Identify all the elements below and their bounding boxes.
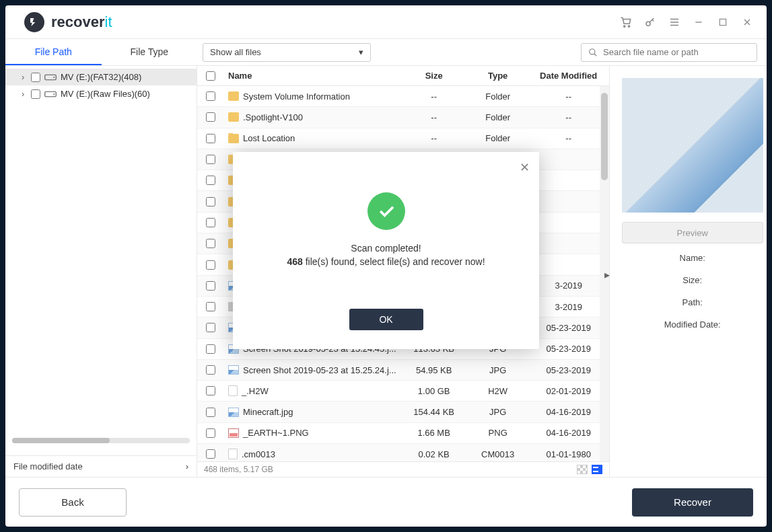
chevron-right-icon: ›: [22, 72, 27, 82]
tree-item-label: MV (E:)(Raw Files)(60): [61, 89, 150, 99]
row-checkbox[interactable]: [206, 239, 215, 248]
modal-line2: file(s) found, select file(s) and recove…: [303, 256, 485, 267]
file-name: .Spotlight-V100: [243, 112, 303, 122]
status-bar: 468 items, 5.17 GB: [197, 461, 609, 477]
row-checkbox[interactable]: [206, 260, 215, 270]
table-row[interactable]: .Spotlight-V100 -- Folder --: [197, 107, 609, 128]
row-checkbox[interactable]: [206, 428, 215, 438]
row-checkbox[interactable]: [206, 344, 215, 354]
row-checkbox[interactable]: [206, 197, 215, 206]
table-row[interactable]: _EARTH~1.PNG 1.66 MB PNG 04-16-2019: [197, 423, 609, 444]
col-name[interactable]: Name: [224, 71, 400, 81]
folder-icon: [228, 112, 239, 122]
sidebar-scrollbar[interactable]: [12, 438, 190, 443]
search-input[interactable]: [603, 47, 750, 57]
tree-checkbox[interactable]: [31, 89, 40, 99]
titlebar: recoverit: [5, 5, 767, 39]
file-name: System Volume Information: [243, 91, 350, 102]
filter-select[interactable]: Show all files ▾: [203, 43, 371, 62]
file-size: 1.66 MB: [400, 428, 468, 438]
col-date[interactable]: Date Modified: [528, 71, 609, 81]
tree-item-label: MV (E:)(FAT32)(408): [61, 72, 141, 82]
svg-point-2: [646, 22, 650, 26]
row-checkbox[interactable]: [206, 112, 215, 122]
row-checkbox[interactable]: [206, 323, 215, 332]
sidebar-footer[interactable]: File modified date ›: [5, 455, 197, 477]
modal-ok-button[interactable]: OK: [349, 309, 423, 330]
file-name: _EARTH~1.PNG: [243, 428, 309, 438]
close-icon[interactable]: [741, 16, 753, 28]
expand-handle-icon[interactable]: ▸: [604, 268, 610, 281]
meta-date-label: Modified Date:: [622, 319, 763, 330]
modal-close-icon[interactable]: ✕: [520, 160, 530, 175]
file-icon: [228, 449, 238, 459]
row-checkbox[interactable]: [206, 155, 215, 164]
row-checkbox[interactable]: [206, 218, 215, 227]
chevron-right-icon: ›: [22, 89, 27, 99]
file-date: --: [528, 133, 609, 143]
svg-point-4: [590, 48, 595, 54]
modal-message: Scan completed! 468 file(s) found, selec…: [246, 242, 526, 268]
tab-file-type[interactable]: File Type: [102, 40, 198, 65]
file-name: Screen Shot 2019-05-23 at 15.25.24.j...: [243, 365, 396, 375]
row-checkbox[interactable]: [206, 408, 215, 417]
sidebar-footer-label: File modified date: [13, 461, 83, 471]
file-size: 154.44 KB: [400, 407, 468, 417]
scan-complete-modal: ✕ Scan completed! 468 file(s) found, sel…: [233, 152, 539, 349]
file-date: 05-23-2019: [528, 344, 609, 354]
table-row[interactable]: Minecraft.jpg 154.44 KB JPG 04-16-2019: [197, 402, 609, 422]
menu-icon[interactable]: [668, 16, 680, 28]
row-checkbox[interactable]: [206, 449, 215, 459]
meta-path-label: Path:: [622, 297, 763, 307]
svg-rect-3: [720, 19, 726, 25]
svg-point-8: [53, 93, 55, 95]
row-checkbox[interactable]: [206, 365, 215, 375]
minimize-icon[interactable]: [693, 16, 705, 28]
file-size: --: [400, 91, 468, 102]
file-date: 05-23-2019: [528, 365, 609, 375]
file-name: .cm0013: [242, 449, 275, 459]
preview-button[interactable]: Preview: [622, 222, 763, 243]
col-type[interactable]: Type: [468, 71, 528, 81]
folder-icon: [228, 91, 239, 101]
app-window: recoverit File Path File Type Show all f…: [5, 5, 767, 527]
modal-count: 468: [287, 256, 302, 267]
row-checkbox[interactable]: [206, 134, 215, 143]
maximize-icon[interactable]: [717, 16, 729, 28]
logo-icon: [24, 12, 44, 32]
table-row[interactable]: Screen Shot 2019-05-23 at 15.25.24.j... …: [197, 360, 609, 381]
key-icon[interactable]: [644, 16, 656, 28]
tree-item[interactable]: › MV (E:)(FAT32)(408): [5, 69, 197, 85]
tree-checkbox[interactable]: [31, 73, 40, 82]
file-date: --: [528, 112, 609, 122]
tree-item[interactable]: › MV (E:)(Raw Files)(60): [5, 85, 197, 102]
row-checkbox[interactable]: [206, 176, 215, 185]
file-size: 54.95 KB: [400, 365, 468, 375]
logo-text-a: recover: [51, 13, 105, 30]
table-row[interactable]: .cm0013 0.02 KB CM0013 01-01-1980: [197, 444, 609, 461]
file-type: Folder: [468, 91, 528, 102]
tab-file-path[interactable]: File Path: [5, 40, 102, 65]
logo-text-b: it: [105, 13, 112, 30]
table-row[interactable]: _.H2W 1.00 GB H2W 02-01-2019: [197, 381, 609, 402]
file-date: 04-16-2019: [528, 428, 609, 438]
cart-icon[interactable]: [620, 16, 632, 28]
row-checkbox[interactable]: [206, 281, 215, 291]
view-list-icon[interactable]: [592, 465, 602, 474]
select-all-checkbox[interactable]: [206, 71, 215, 81]
row-checkbox[interactable]: [206, 91, 215, 101]
search-icon: [588, 48, 598, 57]
table-row[interactable]: Lost Location -- Folder --: [197, 128, 609, 149]
table-row[interactable]: System Volume Information -- Folder --: [197, 86, 609, 107]
row-checkbox[interactable]: [206, 386, 215, 395]
back-button[interactable]: Back: [19, 488, 127, 517]
app-logo: recoverit: [24, 12, 112, 32]
file-size: 0.02 KB: [400, 449, 468, 459]
search-box[interactable]: [581, 43, 757, 62]
file-date: 02-01-2019: [528, 386, 609, 396]
recover-button[interactable]: Recover: [632, 488, 753, 517]
status-text: 468 items, 5.17 GB: [204, 465, 273, 474]
col-size[interactable]: Size: [400, 71, 468, 81]
row-checkbox[interactable]: [206, 302, 215, 311]
view-grid-icon[interactable]: [577, 465, 588, 474]
